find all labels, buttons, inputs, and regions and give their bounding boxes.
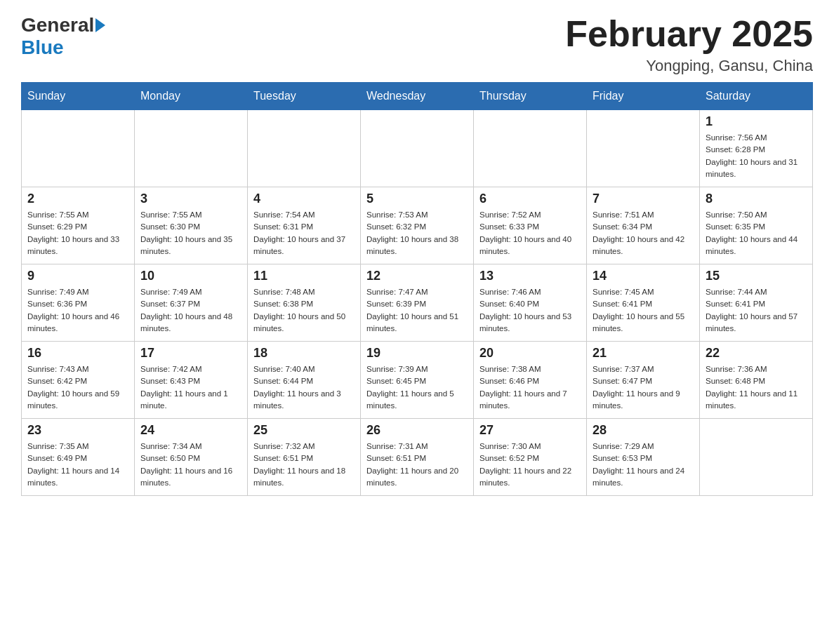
day-number: 21 [593, 346, 694, 361]
day-number: 22 [706, 346, 807, 361]
table-row: 26Sunrise: 7:31 AMSunset: 6:51 PMDayligh… [361, 419, 474, 496]
calendar-table: Sunday Monday Tuesday Wednesday Thursday… [21, 82, 813, 496]
header-thursday: Thursday [474, 83, 587, 110]
table-row: 28Sunrise: 7:29 AMSunset: 6:53 PMDayligh… [587, 419, 700, 496]
day-info: Sunrise: 7:48 AMSunset: 6:38 PMDaylight:… [253, 286, 355, 335]
calendar-title: February 2025 [565, 14, 813, 54]
table-row: 13Sunrise: 7:46 AMSunset: 6:40 PMDayligh… [474, 264, 587, 342]
day-info: Sunrise: 7:38 AMSunset: 6:46 PMDaylight:… [479, 363, 581, 412]
day-info: Sunrise: 7:34 AMSunset: 6:50 PMDaylight:… [140, 441, 241, 489]
calendar-week-row: 16Sunrise: 7:43 AMSunset: 6:42 PMDayligh… [22, 342, 813, 419]
table-row: 18Sunrise: 7:40 AMSunset: 6:44 PMDayligh… [248, 342, 361, 419]
logo: General General Blue [21, 14, 107, 59]
logo-arrow-icon2 [95, 18, 105, 32]
day-info: Sunrise: 7:46 AMSunset: 6:40 PMDaylight:… [479, 286, 581, 335]
table-row: 19Sunrise: 7:39 AMSunset: 6:45 PMDayligh… [361, 342, 474, 419]
day-info: Sunrise: 7:36 AMSunset: 6:48 PMDaylight:… [706, 363, 807, 412]
table-row: 27Sunrise: 7:30 AMSunset: 6:52 PMDayligh… [474, 419, 587, 496]
day-info: Sunrise: 7:35 AMSunset: 6:49 PMDaylight:… [27, 441, 128, 489]
day-number: 20 [479, 346, 581, 361]
header-wednesday: Wednesday [361, 83, 474, 110]
day-info: Sunrise: 7:30 AMSunset: 6:52 PMDaylight:… [479, 441, 581, 489]
table-row: 9Sunrise: 7:49 AMSunset: 6:36 PMDaylight… [22, 264, 135, 342]
table-row: 12Sunrise: 7:47 AMSunset: 6:39 PMDayligh… [361, 264, 474, 342]
table-row [361, 110, 474, 187]
table-row: 21Sunrise: 7:37 AMSunset: 6:47 PMDayligh… [587, 342, 700, 419]
day-number: 18 [253, 346, 355, 361]
table-row: 23Sunrise: 7:35 AMSunset: 6:49 PMDayligh… [22, 419, 135, 496]
table-row: 16Sunrise: 7:43 AMSunset: 6:42 PMDayligh… [22, 342, 135, 419]
day-number: 6 [479, 192, 581, 206]
day-number: 11 [253, 269, 355, 283]
day-number: 8 [706, 192, 807, 206]
day-number: 4 [253, 192, 355, 206]
table-row [22, 110, 135, 187]
table-row: 22Sunrise: 7:36 AMSunset: 6:48 PMDayligh… [700, 342, 813, 419]
day-info: Sunrise: 7:55 AMSunset: 6:30 PMDaylight:… [140, 209, 241, 257]
day-number: 27 [479, 423, 581, 438]
day-info: Sunrise: 7:44 AMSunset: 6:41 PMDaylight:… [706, 286, 807, 335]
day-number: 19 [366, 346, 468, 361]
day-number: 25 [253, 423, 355, 438]
table-row: 2Sunrise: 7:55 AMSunset: 6:29 PMDaylight… [22, 187, 135, 264]
table-row: 25Sunrise: 7:32 AMSunset: 6:51 PMDayligh… [248, 419, 361, 496]
table-row: 6Sunrise: 7:52 AMSunset: 6:33 PMDaylight… [474, 187, 587, 264]
day-info: Sunrise: 7:50 AMSunset: 6:35 PMDaylight:… [706, 209, 807, 257]
day-info: Sunrise: 7:55 AMSunset: 6:29 PMDaylight:… [27, 209, 128, 257]
table-row: 8Sunrise: 7:50 AMSunset: 6:35 PMDaylight… [700, 187, 813, 264]
day-number: 5 [366, 192, 468, 206]
table-row: 15Sunrise: 7:44 AMSunset: 6:41 PMDayligh… [700, 264, 813, 342]
table-row [700, 419, 813, 496]
header-tuesday: Tuesday [248, 83, 361, 110]
table-row: 14Sunrise: 7:45 AMSunset: 6:41 PMDayligh… [587, 264, 700, 342]
table-row: 10Sunrise: 7:49 AMSunset: 6:37 PMDayligh… [135, 264, 248, 342]
day-number: 24 [140, 423, 241, 438]
table-row: 3Sunrise: 7:55 AMSunset: 6:30 PMDaylight… [135, 187, 248, 264]
logo-general-text2: General [21, 14, 94, 36]
day-number: 12 [366, 269, 468, 283]
day-info: Sunrise: 7:45 AMSunset: 6:41 PMDaylight:… [593, 286, 694, 335]
header-monday: Monday [135, 83, 248, 110]
table-row: 7Sunrise: 7:51 AMSunset: 6:34 PMDaylight… [587, 187, 700, 264]
header: General General Blue February 2025 Yongp… [21, 14, 813, 75]
calendar-week-row: 9Sunrise: 7:49 AMSunset: 6:36 PMDaylight… [22, 264, 813, 342]
day-number: 2 [27, 192, 128, 206]
day-info: Sunrise: 7:47 AMSunset: 6:39 PMDaylight:… [366, 286, 468, 335]
day-info: Sunrise: 7:29 AMSunset: 6:53 PMDaylight:… [593, 441, 694, 489]
day-number: 17 [140, 346, 241, 361]
header-saturday: Saturday [700, 83, 813, 110]
table-row: 20Sunrise: 7:38 AMSunset: 6:46 PMDayligh… [474, 342, 587, 419]
day-info: Sunrise: 7:39 AMSunset: 6:45 PMDaylight:… [366, 363, 468, 412]
calendar-week-row: 2Sunrise: 7:55 AMSunset: 6:29 PMDaylight… [22, 187, 813, 264]
calendar-week-row: 23Sunrise: 7:35 AMSunset: 6:49 PMDayligh… [22, 419, 813, 496]
day-number: 23 [27, 423, 128, 438]
calendar-subtitle: Yongping, Gansu, China [565, 57, 813, 75]
table-row [135, 110, 248, 187]
day-number: 9 [27, 269, 128, 283]
day-info: Sunrise: 7:49 AMSunset: 6:37 PMDaylight:… [140, 286, 241, 335]
table-row: 4Sunrise: 7:54 AMSunset: 6:31 PMDaylight… [248, 187, 361, 264]
header-sunday: Sunday [22, 83, 135, 110]
table-row: 17Sunrise: 7:42 AMSunset: 6:43 PMDayligh… [135, 342, 248, 419]
day-info: Sunrise: 7:56 AMSunset: 6:28 PMDaylight:… [706, 132, 807, 180]
table-row [248, 110, 361, 187]
day-number: 13 [479, 269, 581, 283]
page-container: General General Blue February 2025 Yongp… [21, 14, 813, 496]
table-row [587, 110, 700, 187]
logo-blue-text: Blue [21, 36, 64, 58]
day-number: 15 [706, 269, 807, 283]
day-info: Sunrise: 7:40 AMSunset: 6:44 PMDaylight:… [253, 363, 355, 412]
title-section: February 2025 Yongping, Gansu, China [565, 14, 813, 75]
day-info: Sunrise: 7:52 AMSunset: 6:33 PMDaylight:… [479, 209, 581, 257]
day-info: Sunrise: 7:49 AMSunset: 6:36 PMDaylight:… [27, 286, 128, 335]
day-info: Sunrise: 7:53 AMSunset: 6:32 PMDaylight:… [366, 209, 468, 257]
day-number: 16 [27, 346, 128, 361]
table-row: 11Sunrise: 7:48 AMSunset: 6:38 PMDayligh… [248, 264, 361, 342]
table-row [474, 110, 587, 187]
day-number: 26 [366, 423, 468, 438]
day-number: 3 [140, 192, 241, 206]
day-info: Sunrise: 7:31 AMSunset: 6:51 PMDaylight:… [366, 441, 468, 489]
day-info: Sunrise: 7:37 AMSunset: 6:47 PMDaylight:… [593, 363, 694, 412]
day-info: Sunrise: 7:32 AMSunset: 6:51 PMDaylight:… [253, 441, 355, 489]
day-number: 7 [593, 192, 694, 206]
